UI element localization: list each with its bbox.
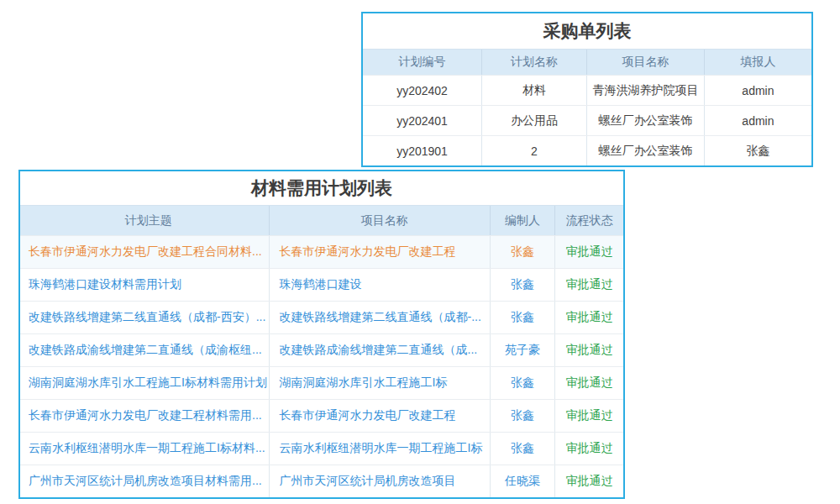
plan-subject-link[interactable]: 长春市伊通河水力发电厂改建工程材料需用...: [20, 400, 270, 432]
purchase-table-title: 采购单列表: [363, 13, 811, 49]
reporter-cell: 张鑫: [705, 136, 811, 165]
table-row: 改建铁路成渝线增建第二直通线（成渝枢纽...改建铁路成渝线增建第二直通线（成..…: [20, 333, 623, 366]
table-row[interactable]: yy2019012螺丝厂办公室装饰张鑫: [363, 135, 811, 165]
author-cell: 张鑫: [491, 400, 555, 432]
column-header-project-name: 项目名称: [270, 206, 491, 235]
project-name-cell: 螺丝厂办公室装饰: [587, 106, 705, 135]
table-row: 云南水利枢纽潜明水库一期工程施工I标材料...云南水利枢纽潜明水库一期工程施工I…: [20, 432, 623, 465]
table-row[interactable]: yy202401办公用品螺丝厂办公室装饰admin: [363, 105, 811, 135]
project-name-link[interactable]: 长春市伊通河水力发电厂改建工程: [270, 400, 491, 432]
column-header-reporter: 填报人: [705, 50, 811, 75]
status-badge: 审批通过: [555, 465, 623, 497]
plan-subject-link[interactable]: 改建铁路线增建第二线直通线（成都-西安）...: [20, 302, 270, 333]
plan-number-cell: yy202402: [363, 76, 482, 105]
plan-number-cell: yy202401: [363, 106, 482, 135]
plan-subject-link[interactable]: 广州市天河区统计局机房改造项目材料需用...: [20, 465, 270, 497]
status-badge: 审批通过: [555, 433, 623, 465]
project-name-link[interactable]: 广州市天河区统计局机房改造项目: [270, 465, 491, 497]
author-cell: 苑子豪: [491, 334, 555, 366]
plan-subject-link[interactable]: 长春市伊通河水力发电厂改建工程合同材料...: [20, 236, 270, 268]
material-table-title: 材料需用计划列表: [20, 171, 623, 205]
project-name-link[interactable]: 湖南洞庭湖水库引水工程施工I标: [270, 367, 491, 399]
column-header-project-name: 项目名称: [587, 50, 705, 75]
author-cell: 张鑫: [491, 302, 555, 333]
status-badge: 审批通过: [555, 269, 623, 301]
column-header-plan-subject: 计划主题: [20, 206, 270, 235]
plan-subject-link[interactable]: 云南水利枢纽潜明水库一期工程施工I标材料...: [20, 433, 270, 465]
plan-name-cell: 办公用品: [482, 106, 587, 135]
table-row: 珠海鹤港口建设材料需用计划珠海鹤港口建设张鑫审批通过: [20, 268, 623, 301]
author-cell: 张鑫: [491, 433, 555, 465]
material-table-body: 长春市伊通河水力发电厂改建工程合同材料...长春市伊通河水力发电厂改建工程张鑫审…: [20, 235, 623, 497]
project-name-link[interactable]: 改建铁路线增建第二线直通线（成都-...: [270, 302, 491, 333]
plan-subject-link[interactable]: 珠海鹤港口建设材料需用计划: [20, 269, 270, 301]
material-table-header: 计划主题 项目名称 编制人 流程状态: [20, 205, 623, 235]
plan-number-cell: yy201901: [363, 136, 482, 165]
material-plan-list-panel: 材料需用计划列表 计划主题 项目名称 编制人 流程状态 长春市伊通河水力发电厂改…: [18, 170, 625, 499]
column-header-plan-name: 计划名称: [482, 50, 587, 75]
plan-subject-link[interactable]: 改建铁路成渝线增建第二直通线（成渝枢纽...: [20, 334, 270, 366]
status-badge: 审批通过: [555, 236, 623, 268]
reporter-cell: admin: [705, 106, 811, 135]
plan-subject-link[interactable]: 湖南洞庭湖水库引水工程施工I标材料需用计划: [20, 367, 270, 399]
column-header-plan-number: 计划编号: [363, 50, 482, 75]
column-header-author: 编制人: [491, 206, 555, 235]
table-row: 广州市天河区统计局机房改造项目材料需用...广州市天河区统计局机房改造项目任晓渠…: [20, 465, 623, 497]
project-name-link[interactable]: 改建铁路成渝线增建第二直通线（成...: [270, 334, 491, 366]
status-badge: 审批通过: [555, 334, 623, 366]
table-row: 改建铁路线增建第二线直通线（成都-西安）...改建铁路线增建第二线直通线（成都-…: [20, 301, 623, 333]
table-row: 湖南洞庭湖水库引水工程施工I标材料需用计划湖南洞庭湖水库引水工程施工I标张鑫审批…: [20, 366, 623, 399]
column-header-flow-status: 流程状态: [555, 206, 623, 235]
status-badge: 审批通过: [555, 367, 623, 399]
project-name-link[interactable]: 云南水利枢纽潜明水库一期工程施工I标: [270, 433, 491, 465]
status-badge: 审批通过: [555, 302, 623, 333]
project-name-cell: 螺丝厂办公室装饰: [587, 136, 705, 165]
purchase-table-header: 计划编号 计划名称 项目名称 填报人: [363, 49, 811, 75]
table-row: 长春市伊通河水力发电厂改建工程材料需用...长春市伊通河水力发电厂改建工程张鑫审…: [20, 399, 623, 432]
author-cell: 任晓渠: [491, 465, 555, 497]
plan-name-cell: 2: [482, 136, 587, 165]
author-cell: 张鑫: [491, 269, 555, 301]
project-name-link[interactable]: 珠海鹤港口建设: [270, 269, 491, 301]
plan-name-cell: 材料: [482, 76, 587, 105]
status-badge: 审批通过: [555, 400, 623, 432]
author-cell: 张鑫: [491, 367, 555, 399]
author-cell: 张鑫: [491, 236, 555, 268]
project-name-cell: 青海洪湖养护院项目: [587, 76, 705, 105]
purchase-order-list-panel: 采购单列表 计划编号 计划名称 项目名称 填报人 yy202402材料青海洪湖养…: [361, 12, 813, 167]
table-row: 长春市伊通河水力发电厂改建工程合同材料...长春市伊通河水力发电厂改建工程张鑫审…: [20, 235, 623, 268]
purchase-table-body: yy202402材料青海洪湖养护院项目adminyy202401办公用品螺丝厂办…: [363, 75, 811, 165]
project-name-link[interactable]: 长春市伊通河水力发电厂改建工程: [270, 236, 491, 268]
table-row[interactable]: yy202402材料青海洪湖养护院项目admin: [363, 75, 811, 105]
reporter-cell: admin: [705, 76, 811, 105]
